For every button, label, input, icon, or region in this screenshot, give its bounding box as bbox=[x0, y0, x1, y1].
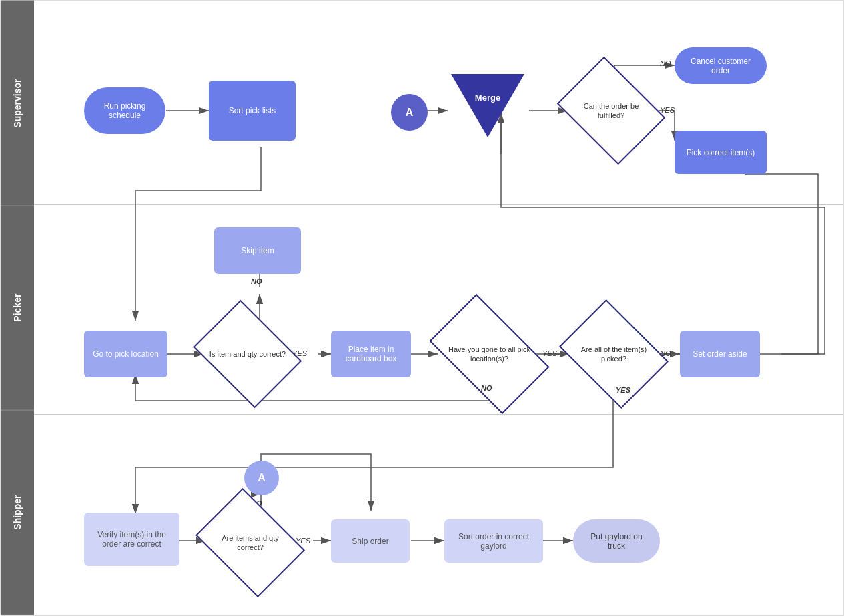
no-label-gone: NO bbox=[481, 384, 492, 392]
sort-order-gaylord: Sort order in correct gaylord bbox=[444, 519, 543, 563]
yes-label-gone: YES bbox=[542, 349, 557, 357]
go-to-pick: Go to pick location bbox=[84, 331, 167, 377]
no-label-all-picked: NO bbox=[660, 349, 671, 357]
cancel-customer-order: Cancel customer order bbox=[675, 47, 767, 84]
lane-divider-2 bbox=[34, 414, 843, 415]
skip-item: Skip item bbox=[214, 227, 301, 274]
are-all-picked: Are all of the item(s) picked? bbox=[570, 321, 658, 387]
place-item: Place item in cardboard box bbox=[331, 331, 411, 377]
ship-order: Ship order bbox=[331, 519, 410, 563]
sort-pick-lists: Sort pick lists bbox=[209, 81, 296, 141]
diagram-area: Run picking schedule Sort pick lists A M… bbox=[34, 1, 843, 615]
merge-node: Merge bbox=[448, 71, 528, 151]
run-picking-schedule: Run picking schedule bbox=[84, 87, 165, 134]
yes-label-item-qty: YES bbox=[292, 349, 307, 357]
shipper-label: Shipper bbox=[1, 410, 34, 615]
no-label-cancel: NO bbox=[660, 59, 671, 67]
pick-correct-items: Pick correct item(s) bbox=[675, 131, 767, 174]
no-label-skip: NO bbox=[251, 277, 262, 285]
connector-a-supervisor: A bbox=[391, 94, 428, 131]
verify-items: Verify item(s) in the order are correct bbox=[84, 513, 179, 566]
supervisor-label: Supervisor bbox=[1, 1, 34, 205]
lane-divider-1 bbox=[34, 204, 843, 205]
set-order-aside: Set order aside bbox=[680, 331, 760, 377]
picker-label: Picker bbox=[1, 205, 34, 411]
yes-label-pick: YES bbox=[660, 106, 675, 114]
diagram-container: Supervisor Picker Shipper bbox=[0, 0, 844, 616]
svg-marker-15 bbox=[451, 74, 524, 137]
svg-text:Merge: Merge bbox=[475, 93, 500, 103]
is-item-qty: Is item and qty correct? bbox=[204, 321, 291, 387]
have-you-gone: Have you gone to all pick location(s)? bbox=[438, 321, 541, 387]
connector-a-shipper: A bbox=[244, 461, 279, 495]
yes-label-all-picked: YES bbox=[616, 386, 630, 394]
put-gaylord: Put gaylord on truck bbox=[573, 519, 660, 563]
swim-lanes-labels: Supervisor Picker Shipper bbox=[1, 1, 34, 615]
are-items-qty: Are items and qty correct? bbox=[206, 509, 294, 576]
yes-label-items-qty: YES bbox=[296, 537, 310, 545]
can-order-fulfilled: Can the order be fulfilled? bbox=[568, 77, 655, 144]
